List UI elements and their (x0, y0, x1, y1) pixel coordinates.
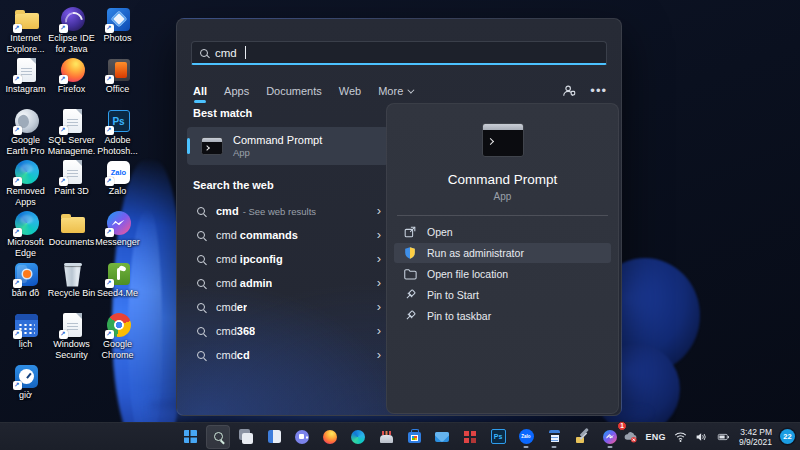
desktop-icon-gio[interactable]: giờ (4, 362, 49, 413)
taskbar-red-squares-app[interactable] (458, 425, 482, 449)
best-match-title: Command Prompt (233, 134, 322, 147)
desktop-icon-paint-3d[interactable]: Paint 3D (50, 158, 95, 209)
tray-onedrive[interactable] (623, 430, 638, 443)
best-match-result[interactable]: Command Prompt App (187, 127, 389, 165)
desktop-icon-internet-explorer[interactable]: Internet Explore... (4, 5, 49, 56)
web-suggestion-row[interactable]: cmd- See web results › (187, 199, 389, 223)
search-icon (197, 351, 205, 359)
photoshop-icon: Ps (491, 429, 506, 444)
document-icon (13, 56, 41, 84)
search-web-header: Search the web (193, 179, 389, 191)
shortcut-arrow-icon (105, 279, 114, 288)
tab-all[interactable]: All (193, 85, 207, 97)
onedrive-error-icon (623, 430, 638, 443)
tab-web[interactable]: Web (339, 85, 361, 97)
language-indicator[interactable]: ENG (646, 432, 666, 442)
desktop-icon-office[interactable]: Office (96, 56, 141, 107)
widgets-icon (268, 430, 281, 443)
desktop-icon-adobe-photoshop[interactable]: Ps Adobe Photosh... (96, 107, 141, 158)
taskbar-zalo[interactable]: Zalo (514, 425, 538, 449)
desktop-icon-label: Zalo (93, 186, 142, 197)
desktop-icon-label: Documents (47, 237, 96, 248)
shortcut-arrow-icon (105, 330, 114, 339)
search-panel: cmd All Apps Documents Web More ••• Best… (176, 18, 622, 416)
account-icon[interactable] (562, 84, 576, 98)
action-open[interactable]: Open (394, 222, 611, 242)
detail-divider (397, 215, 608, 216)
desktop-icon-sql-server-management[interactable]: SQL Server Manageme... (50, 107, 95, 158)
tray-wifi[interactable] (674, 431, 687, 443)
start-button[interactable] (178, 425, 202, 449)
desktop-icon-zalo[interactable]: Zalo Zalo (96, 158, 141, 209)
desktop-icon-lich[interactable]: lịch (4, 311, 49, 362)
tray-chevron-up[interactable] (604, 431, 615, 442)
web-suggestion-row[interactable]: cmdcd › (187, 343, 389, 367)
taskbar-edge[interactable] (346, 425, 370, 449)
tab-documents[interactable]: Documents (266, 85, 322, 97)
suggestion-text: cmder (216, 301, 247, 313)
best-match-subtitle: App (233, 147, 322, 158)
search-icon (214, 432, 223, 441)
messenger-icon (105, 209, 133, 237)
ellipsis-menu-icon[interactable]: ••• (590, 87, 607, 95)
taskbar-microsoft-store[interactable] (402, 425, 426, 449)
edge-icon (351, 430, 365, 444)
folder-icon (13, 5, 41, 33)
tray-volume[interactable] (695, 431, 708, 443)
taskbar-cake-app[interactable] (374, 425, 398, 449)
web-suggestion-row[interactable]: cmd commands › (187, 223, 389, 247)
notification-count-badge[interactable]: 22 (780, 429, 795, 444)
desktop-icon-recycle-bin[interactable]: Recycle Bin (50, 260, 95, 311)
desktop-icon-windows-security[interactable]: Windows Security (50, 311, 95, 362)
taskbar-notepad[interactable] (542, 425, 566, 449)
desktop-icon-label: giờ (1, 390, 50, 401)
desktop-icon-photos[interactable]: Photos (96, 5, 141, 56)
web-suggestion-row[interactable]: cmd admin › (187, 271, 389, 295)
shortcut-arrow-icon (13, 381, 22, 390)
desktop-icon-google-earth-pro[interactable]: Google Earth Pro (4, 107, 49, 158)
action-pin-to-start[interactable]: Pin to Start (394, 285, 611, 305)
desktop-icon-firefox[interactable]: Firefox (50, 56, 95, 107)
shortcut-arrow-icon (105, 126, 114, 135)
tray-battery[interactable] (716, 431, 731, 443)
tab-more[interactable]: More (378, 85, 412, 97)
document-icon (59, 158, 87, 186)
taskbar-clock[interactable]: 3:42 PM 9/9/2021 (739, 427, 772, 447)
shortcut-arrow-icon (59, 24, 68, 33)
desktop-icon-eclipse-ide[interactable]: Eclipse IDE for Java an... (50, 5, 95, 56)
web-suggestion-row[interactable]: cmd368 › (187, 319, 389, 343)
taskbar-admin-tools[interactable] (570, 425, 594, 449)
clock-icon (13, 362, 41, 390)
desktop-icon-google-chrome[interactable]: Google Chrome (96, 311, 141, 362)
office-icon (105, 56, 133, 84)
desktop-icon-ban-do[interactable]: bản đồ (4, 260, 49, 311)
search-input[interactable]: cmd (191, 41, 607, 65)
desktop-icon-documents[interactable]: Documents (50, 209, 95, 260)
desktop-icon-messenger[interactable]: Messenger (96, 209, 141, 260)
action-pin-to-taskbar[interactable]: Pin to taskbar (394, 306, 611, 326)
desktop-icon-microsoft-edge[interactable]: Microsoft Edge (4, 209, 49, 260)
teams-chat-icon (295, 430, 309, 444)
windows-logo-icon (184, 430, 197, 443)
desktop-icon-seed4me[interactable]: Seed4.Me (96, 260, 141, 311)
web-suggestion-row[interactable]: cmd ipconfig › (187, 247, 389, 271)
tab-apps[interactable]: Apps (224, 85, 249, 97)
desktop-icon-grid: Internet Explore... Instagram Google Ear… (4, 5, 141, 413)
taskbar-search-button[interactable] (206, 425, 230, 449)
teams-chat-button[interactable] (290, 425, 314, 449)
action-run-as-administrator[interactable]: Run as administrator (394, 243, 611, 263)
web-suggestion-row[interactable]: cmder › (187, 295, 389, 319)
tab-label: All (193, 85, 207, 97)
edge-swirl-icon (13, 158, 41, 186)
desktop-icon-instagram[interactable]: Instagram (4, 56, 49, 107)
widgets-button[interactable] (262, 425, 286, 449)
desktop-icon-removed-apps[interactable]: Removed Apps (4, 158, 49, 209)
desktop-icon-label: Internet Explore... (1, 33, 50, 54)
taskbar-photoshop[interactable]: Ps (486, 425, 510, 449)
shortcut-arrow-icon (13, 24, 22, 33)
taskbar-mail[interactable] (430, 425, 454, 449)
desktop-icon-label: Recycle Bin (47, 288, 96, 299)
taskbar-firefox[interactable] (318, 425, 342, 449)
action-open-file-location[interactable]: Open file location (394, 264, 611, 284)
task-view-button[interactable] (234, 425, 258, 449)
